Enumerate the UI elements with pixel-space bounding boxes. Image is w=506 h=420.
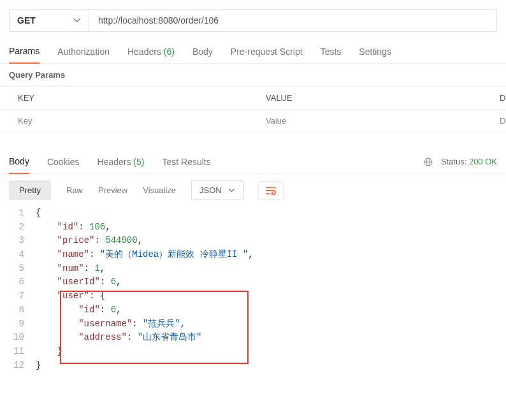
request-bar: GET — [0, 0, 506, 40]
tab-headers-count: (6) — [164, 47, 175, 57]
status-value: 200 OK — [469, 157, 497, 166]
response-body: 1{ 2 "id": 106, 3 "price": 544900, 4 "na… — [0, 206, 506, 372]
tab-tests[interactable]: Tests — [321, 40, 342, 63]
tab-params[interactable]: Params — [9, 40, 40, 64]
method-label: GET — [17, 15, 36, 25]
tab-settings[interactable]: Settings — [359, 40, 391, 63]
desc-header: D — [496, 86, 506, 109]
view-raw[interactable]: Raw — [66, 180, 83, 200]
query-params-table: KEY VALUE D Key Value D — [0, 86, 506, 132]
globe-icon[interactable] — [423, 157, 433, 167]
desc-input[interactable]: D — [496, 109, 506, 132]
method-select[interactable]: GET — [9, 9, 89, 32]
tab-prerequest[interactable]: Pre-request Script — [231, 40, 303, 63]
rtab-headers[interactable]: Headers (5) — [98, 150, 145, 173]
chevron-down-icon — [228, 188, 236, 192]
wrap-icon — [265, 185, 277, 196]
chevron-down-icon — [73, 18, 81, 23]
tab-body[interactable]: Body — [192, 40, 213, 63]
rtab-headers-label: Headers — [98, 157, 131, 167]
key-input[interactable]: Key — [0, 109, 248, 132]
format-select[interactable]: JSON — [191, 180, 244, 200]
rtab-body[interactable]: Body — [9, 150, 29, 174]
view-visualize[interactable]: Visualize — [143, 180, 176, 200]
rtab-headers-count: (5) — [133, 157, 144, 167]
request-tabs: Params Authorization Headers (6) Body Pr… — [0, 40, 506, 64]
view-preview[interactable]: Preview — [98, 180, 127, 200]
rtab-test-results[interactable]: Test Results — [162, 150, 210, 173]
view-bar: Pretty Raw Preview Visualize JSON — [0, 174, 506, 206]
format-label: JSON — [199, 185, 222, 195]
tab-authorization[interactable]: Authorization — [57, 40, 110, 63]
tab-headers[interactable]: Headers (6) — [127, 40, 175, 63]
value-header: VALUE — [248, 86, 496, 109]
value-input[interactable]: Value — [248, 109, 496, 132]
url-input[interactable] — [89, 9, 497, 32]
tab-headers-label: Headers — [127, 47, 161, 57]
wrap-lines-button[interactable] — [258, 181, 284, 200]
query-params-label: Query Params — [0, 64, 506, 86]
rtab-cookies[interactable]: Cookies — [47, 150, 80, 173]
response-tabs: Body Cookies Headers (5) Test Results St… — [0, 150, 506, 174]
key-header: KEY — [0, 86, 248, 109]
status-label: Status: — [441, 157, 466, 166]
view-pretty[interactable]: Pretty — [9, 180, 51, 200]
